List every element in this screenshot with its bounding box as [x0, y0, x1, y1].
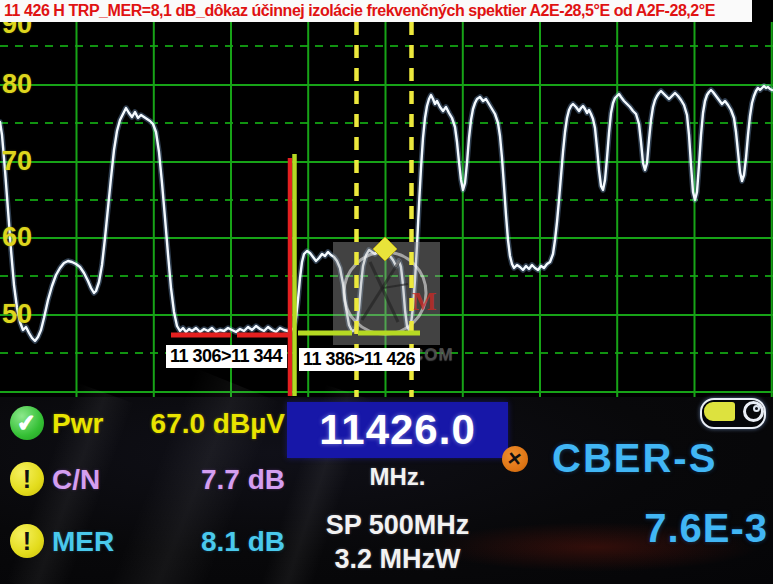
- cn-warning-icon: !: [10, 462, 44, 496]
- cn-label: C/N: [52, 464, 100, 496]
- frequency-value: 11426.0: [319, 406, 476, 454]
- y-tick-70: 70: [2, 148, 32, 175]
- cber-label: CBER-S: [552, 436, 717, 481]
- y-tick-60: 60: [2, 224, 32, 251]
- check-glyph: ✔: [16, 409, 38, 438]
- spectrum-plot: MDXSATCS.COM: [0, 22, 773, 397]
- bandwidth-value: 3.2 MHzW: [287, 544, 508, 575]
- exclamation-glyph: !: [23, 465, 31, 494]
- pwr-value: 67.0 dBµV: [95, 408, 285, 440]
- y-tick-80: 80: [2, 71, 32, 98]
- cber-value: 7.6E-3: [560, 506, 768, 551]
- mer-warning-icon: !: [10, 524, 44, 558]
- title-text: 11 426 H TRP_MER=8,1 dB_dôkaz účinnej iz…: [0, 2, 715, 20]
- y-tick-50: 50: [2, 301, 32, 328]
- exclamation-glyph: !: [23, 527, 31, 556]
- frequency-input[interactable]: 11426.0: [287, 402, 508, 458]
- title-bar: 11 426 H TRP_MER=8,1 dB_dôkaz účinnej iz…: [0, 0, 752, 22]
- battery-icon: [700, 398, 766, 429]
- spectrum-display: MDXSATCS.COM 9080706050 11 306>11 344 11…: [0, 22, 773, 397]
- status-panel: ✔ Pwr 67.0 dBµV ! C/N 7.7 dB ! MER 8.1 d…: [0, 397, 773, 584]
- battery-fill: [704, 402, 735, 421]
- watermark-accent: M: [412, 287, 437, 316]
- x-glyph: ✕: [506, 447, 524, 471]
- mer-value: 8.1 dB: [95, 526, 285, 558]
- frequency-unit: MHz.: [287, 463, 508, 491]
- cn-value: 7.7 dB: [95, 464, 285, 496]
- battery-cap: [743, 401, 764, 422]
- pwr-ok-icon: ✔: [10, 406, 44, 440]
- span-value: SP 500MHz: [287, 510, 508, 541]
- y-tick-90: 90: [2, 22, 32, 38]
- range-label-left: 11 306>11 344: [166, 345, 287, 368]
- battery-cap-dot: [753, 405, 760, 412]
- range-label-right: 11 386>11 426: [299, 348, 420, 371]
- cber-fail-icon: ✕: [502, 446, 528, 472]
